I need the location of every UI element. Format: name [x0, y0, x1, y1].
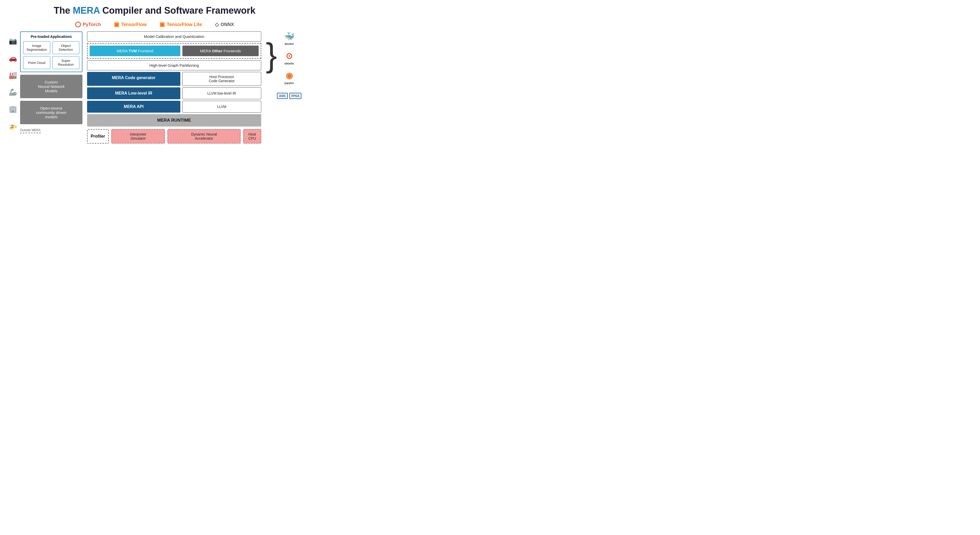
- mera-low-level-ir: MERA Low-level IR: [87, 88, 180, 99]
- ubuntu-label: ubuntu: [285, 62, 294, 65]
- app-image-segmentation: ImageSegmentation: [23, 41, 50, 54]
- low-level-ir-row: MERA Low-level IR LLVM low-level IR: [87, 88, 261, 99]
- host-cpu-cell: Host CPU: [243, 129, 261, 143]
- icon-building: 🏢: [9, 105, 17, 113]
- mera-code-generator: MERA Code generator: [87, 72, 180, 86]
- outside-mera-dashes: [20, 133, 41, 133]
- left-panel: 📷 🚗 🏭 🦾 🏢 🚁 Pre-loaded Applications Imag…: [8, 32, 83, 133]
- icon-car: 🚗: [9, 54, 17, 62]
- dynamic-neural-accelerator-cell: Dynamic Neural Accelerator: [167, 129, 240, 143]
- app-grid: ImageSegmentation ObjectDetection Point …: [23, 41, 80, 69]
- icon-factory: 🏭: [9, 71, 17, 79]
- opensource-label: Open-source community driven models: [36, 106, 67, 119]
- ubuntu-icon: ⊙: [286, 51, 293, 61]
- tensorflow-icon: ▣: [114, 21, 119, 28]
- opensource-box: Open-source community driven models: [20, 101, 83, 124]
- host-processor-code-gen: Host ProcessorCode Generator: [182, 72, 261, 86]
- preloaded-applications-box: Pre-loaded Applications ImageSegmentatio…: [20, 32, 83, 72]
- fpga-chip: FPGA: [289, 93, 301, 99]
- calibration-row: Model Calibration and Quantization: [87, 32, 261, 41]
- llvm: LLVM: [182, 101, 261, 113]
- custom-nn-label: Custom Neural Network Models: [38, 80, 64, 93]
- title-brand: MERA: [73, 5, 100, 16]
- jupyter-icon: ◉: [286, 71, 293, 80]
- llvm-low-level-ir: LLVM low-level IR: [182, 88, 261, 99]
- right-icons: 🐳 docker ⊙ ubuntu ◉ jupyter ASIC FPGA: [277, 32, 301, 99]
- onnx-label: ONNX: [221, 22, 234, 27]
- frontends-row: MERA TVM Frontend MERA Other Frontends: [87, 43, 261, 59]
- jupyter-label: jupyter: [285, 81, 294, 84]
- title-prefix: The: [54, 5, 73, 16]
- tensorflow-lite-label: TensorFlow Lite: [167, 22, 202, 27]
- tensorflow-label: TensorFlow: [121, 22, 147, 27]
- pytorch-label: PyTorch: [83, 22, 101, 27]
- tensorflow-lite-logo: ▣ TensorFlow Lite: [159, 21, 202, 28]
- code-generator-row: MERA Code generator Host ProcessorCode G…: [87, 72, 261, 86]
- jupyter-icon-group: ◉ jupyter: [285, 71, 294, 84]
- interpreter-simulator-cell: Interpreter Simulator: [111, 129, 165, 143]
- tvm-bold: TVM: [129, 49, 137, 53]
- onnx-logo: ◇ ONNX: [215, 21, 234, 27]
- app-point-cloud: Point Cloud: [23, 56, 50, 69]
- other-bold: Other: [212, 49, 222, 53]
- main-layout: 📷 🚗 🏭 🦾 🏢 🚁 Pre-loaded Applications Imag…: [8, 32, 301, 143]
- pytorch-icon: [75, 22, 81, 27]
- tvm-frontend: MERA TVM Frontend: [90, 46, 180, 56]
- custom-neural-network-box: Custom Neural Network Models: [20, 75, 83, 98]
- interpreter-simulator-label: Interpreter Simulator: [130, 132, 146, 140]
- onnx-icon: ◇: [215, 21, 219, 27]
- page-title: The MERA Compiler and Software Framework: [8, 5, 301, 16]
- profiler-cell: Profiler: [87, 129, 109, 143]
- ubuntu-icon-group: ⊙ ubuntu: [285, 51, 294, 65]
- icon-drone: 🚁: [9, 122, 17, 130]
- docker-label: docker: [285, 42, 294, 45]
- outside-mera-label: Outside MERA: [20, 127, 83, 133]
- bottom-row: Profiler Interpreter Simulator Dynamic N…: [87, 129, 261, 143]
- docker-icon-group: 🐳 docker: [284, 32, 294, 45]
- icon-camera: 📷: [9, 37, 17, 45]
- logos-row: PyTorch ▣ TensorFlow ▣ TensorFlow Lite ◇…: [8, 21, 301, 28]
- curly-brace: }: [266, 11, 277, 99]
- tensorflow-lite-icon: ▣: [159, 21, 165, 28]
- docker-icon: 🐳: [284, 32, 294, 41]
- api-row: MERA API LLVM: [87, 101, 261, 113]
- right-brace-area: } 🐳 docker ⊙ ubuntu ◉ jupyter ASIC FPGA: [266, 32, 301, 99]
- asic-chip: ASIC: [277, 93, 288, 99]
- other-frontends: MERA Other Frontends: [182, 46, 259, 56]
- chips-row: ASIC FPGA: [277, 93, 301, 99]
- tensorflow-logo: ▣ TensorFlow: [114, 21, 147, 28]
- app-super-resolution: SuperResolution: [52, 56, 80, 69]
- pytorch-logo: PyTorch: [75, 22, 101, 27]
- icon-arm: 🦾: [9, 88, 17, 96]
- center-panel: Model Calibration and Quantization MERA …: [87, 32, 261, 143]
- dynamic-neural-label: Dynamic Neural Accelerator: [191, 132, 217, 140]
- host-cpu-label: Host CPU: [248, 132, 256, 140]
- mera-runtime: MERA RUNTIME: [87, 114, 261, 127]
- left-boxes: Pre-loaded Applications ImageSegmentatio…: [20, 32, 83, 133]
- outside-mera-text: Outside MERA: [20, 128, 83, 132]
- preloaded-title: Pre-loaded Applications: [23, 35, 80, 39]
- mera-api: MERA API: [87, 101, 180, 113]
- title-suffix: Compiler and Software Framework: [100, 5, 255, 16]
- app-object-detection: ObjectDetection: [52, 41, 80, 54]
- icons-column: 📷 🚗 🏭 🦾 🏢 🚁: [8, 32, 18, 133]
- graph-partitioning-row: High-level Graph Partitioning: [87, 60, 261, 70]
